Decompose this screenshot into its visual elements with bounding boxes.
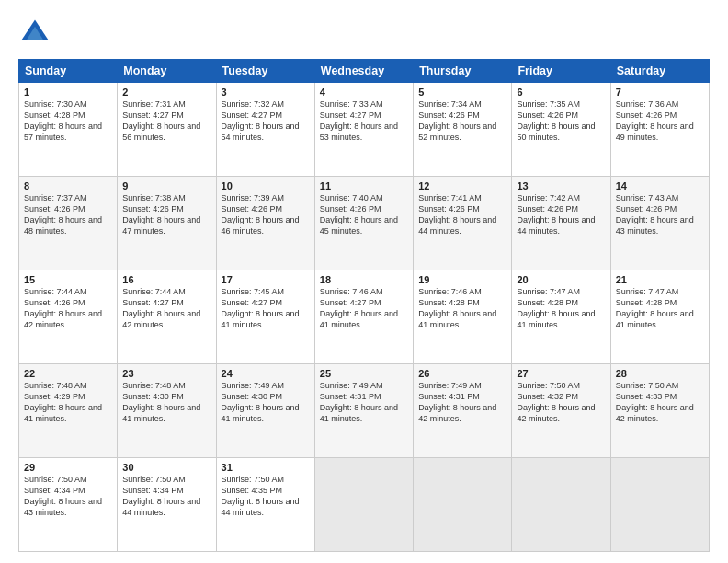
calendar-day-cell: 5Sunrise: 7:34 AMSunset: 4:26 PMDaylight… [414,83,512,177]
day-number: 17 [222,274,310,285]
day-info: Sunrise: 7:49 AMSunset: 4:31 PMDaylight:… [418,380,506,425]
day-info: Sunrise: 7:46 AMSunset: 4:27 PMDaylight:… [320,286,408,331]
day-number: 1 [24,86,112,98]
calendar-week-row: 15Sunrise: 7:44 AMSunset: 4:26 PMDayligh… [19,270,710,364]
day-info: Sunrise: 7:44 AMSunset: 4:27 PMDaylight:… [122,286,210,331]
weekday-header: Sunday [19,60,118,83]
day-info: Sunrise: 7:50 AMSunset: 4:34 PMDaylight:… [122,474,210,519]
calendar-day-cell: 29Sunrise: 7:50 AMSunset: 4:34 PMDayligh… [19,458,118,552]
day-number: 28 [616,368,704,379]
day-info: Sunrise: 7:49 AMSunset: 4:31 PMDaylight:… [320,380,408,425]
calendar-day-cell: 15Sunrise: 7:44 AMSunset: 4:26 PMDayligh… [19,270,118,364]
calendar-day-cell: 12Sunrise: 7:41 AMSunset: 4:26 PMDayligh… [414,177,512,270]
calendar-day-cell: 28Sunrise: 7:50 AMSunset: 4:33 PMDayligh… [610,364,709,458]
calendar-day-cell: 3Sunrise: 7:32 AMSunset: 4:27 PMDaylight… [216,83,314,177]
calendar-header-row: SundayMondayTuesdayWednesdayThursdayFrid… [19,60,710,83]
day-number: 10 [222,180,310,191]
day-number: 7 [616,86,704,98]
day-number: 19 [418,274,506,285]
calendar-week-row: 1Sunrise: 7:30 AMSunset: 4:28 PMDaylight… [19,83,710,177]
calendar-day-cell: 22Sunrise: 7:48 AMSunset: 4:29 PMDayligh… [19,364,118,458]
calendar: SundayMondayTuesdayWednesdayThursdayFrid… [18,59,710,552]
day-info: Sunrise: 7:30 AMSunset: 4:28 PMDaylight:… [24,98,112,144]
calendar-day-cell [414,458,512,552]
day-info: Sunrise: 7:50 AMSunset: 4:32 PMDaylight:… [517,380,605,425]
day-info: Sunrise: 7:50 AMSunset: 4:34 PMDaylight:… [24,474,112,519]
calendar-day-cell: 4Sunrise: 7:33 AMSunset: 4:27 PMDaylight… [314,83,413,177]
day-info: Sunrise: 7:47 AMSunset: 4:28 PMDaylight:… [616,286,704,331]
day-info: Sunrise: 7:48 AMSunset: 4:30 PMDaylight:… [122,380,210,425]
calendar-day-cell: 11Sunrise: 7:40 AMSunset: 4:26 PMDayligh… [314,177,413,270]
calendar-day-cell [610,458,709,552]
day-info: Sunrise: 7:49 AMSunset: 4:30 PMDaylight:… [222,380,310,425]
calendar-day-cell: 25Sunrise: 7:49 AMSunset: 4:31 PMDayligh… [314,364,413,458]
weekday-header: Wednesday [314,60,413,83]
day-number: 12 [418,180,506,191]
calendar-day-cell: 6Sunrise: 7:35 AMSunset: 4:26 PMDaylight… [512,83,610,177]
day-info: Sunrise: 7:41 AMSunset: 4:26 PMDaylight:… [418,192,506,237]
logo-icon [18,17,51,50]
day-info: Sunrise: 7:38 AMSunset: 4:26 PMDaylight:… [122,192,210,237]
day-number: 29 [24,462,112,473]
calendar-day-cell: 16Sunrise: 7:44 AMSunset: 4:27 PMDayligh… [118,270,216,364]
calendar-day-cell: 20Sunrise: 7:47 AMSunset: 4:28 PMDayligh… [512,270,610,364]
day-number: 5 [418,86,506,98]
calendar-table: SundayMondayTuesdayWednesdayThursdayFrid… [18,59,710,552]
day-info: Sunrise: 7:33 AMSunset: 4:27 PMDaylight:… [320,98,408,144]
calendar-week-row: 29Sunrise: 7:50 AMSunset: 4:34 PMDayligh… [19,458,710,552]
calendar-day-cell: 19Sunrise: 7:46 AMSunset: 4:28 PMDayligh… [414,270,512,364]
day-info: Sunrise: 7:34 AMSunset: 4:26 PMDaylight:… [418,98,506,144]
day-number: 9 [122,180,210,191]
day-number: 14 [616,180,704,191]
calendar-week-row: 22Sunrise: 7:48 AMSunset: 4:29 PMDayligh… [19,364,710,458]
calendar-day-cell: 8Sunrise: 7:37 AMSunset: 4:26 PMDaylight… [19,177,118,270]
calendar-day-cell: 26Sunrise: 7:49 AMSunset: 4:31 PMDayligh… [414,364,512,458]
day-info: Sunrise: 7:32 AMSunset: 4:27 PMDaylight:… [222,98,310,144]
day-number: 16 [122,274,210,285]
day-number: 15 [24,274,112,285]
calendar-day-cell: 13Sunrise: 7:42 AMSunset: 4:26 PMDayligh… [512,177,610,270]
calendar-day-cell: 2Sunrise: 7:31 AMSunset: 4:27 PMDaylight… [118,83,216,177]
header [18,17,710,50]
day-number: 3 [222,86,310,98]
day-number: 2 [122,86,210,98]
day-info: Sunrise: 7:31 AMSunset: 4:27 PMDaylight:… [122,98,210,144]
day-number: 4 [320,86,408,98]
calendar-day-cell: 31Sunrise: 7:50 AMSunset: 4:35 PMDayligh… [216,458,314,552]
calendar-day-cell: 1Sunrise: 7:30 AMSunset: 4:28 PMDaylight… [19,83,118,177]
calendar-day-cell [512,458,610,552]
weekday-header: Monday [118,60,216,83]
calendar-day-cell: 14Sunrise: 7:43 AMSunset: 4:26 PMDayligh… [610,177,709,270]
day-info: Sunrise: 7:50 AMSunset: 4:33 PMDaylight:… [616,380,704,425]
day-number: 30 [122,462,210,473]
calendar-day-cell: 9Sunrise: 7:38 AMSunset: 4:26 PMDaylight… [118,177,216,270]
calendar-day-cell [314,458,413,552]
calendar-day-cell: 23Sunrise: 7:48 AMSunset: 4:30 PMDayligh… [118,364,216,458]
day-info: Sunrise: 7:45 AMSunset: 4:27 PMDaylight:… [222,286,310,331]
calendar-day-cell: 27Sunrise: 7:50 AMSunset: 4:32 PMDayligh… [512,364,610,458]
day-info: Sunrise: 7:43 AMSunset: 4:26 PMDaylight:… [616,192,704,237]
day-info: Sunrise: 7:47 AMSunset: 4:28 PMDaylight:… [517,286,605,331]
day-info: Sunrise: 7:46 AMSunset: 4:28 PMDaylight:… [418,286,506,331]
calendar-day-cell: 21Sunrise: 7:47 AMSunset: 4:28 PMDayligh… [610,270,709,364]
weekday-header: Saturday [610,60,709,83]
weekday-header: Friday [512,60,610,83]
day-number: 8 [24,180,112,191]
day-number: 25 [320,368,408,379]
calendar-day-cell: 18Sunrise: 7:46 AMSunset: 4:27 PMDayligh… [314,270,413,364]
day-info: Sunrise: 7:37 AMSunset: 4:26 PMDaylight:… [24,192,112,237]
day-number: 23 [122,368,210,379]
calendar-day-cell: 24Sunrise: 7:49 AMSunset: 4:30 PMDayligh… [216,364,314,458]
day-number: 11 [320,180,408,191]
day-number: 21 [616,274,704,285]
day-number: 6 [517,86,605,98]
calendar-day-cell: 10Sunrise: 7:39 AMSunset: 4:26 PMDayligh… [216,177,314,270]
day-number: 20 [517,274,605,285]
day-info: Sunrise: 7:48 AMSunset: 4:29 PMDaylight:… [24,380,112,425]
day-info: Sunrise: 7:35 AMSunset: 4:26 PMDaylight:… [517,98,605,144]
day-info: Sunrise: 7:50 AMSunset: 4:35 PMDaylight:… [222,474,310,519]
day-number: 13 [517,180,605,191]
day-info: Sunrise: 7:44 AMSunset: 4:26 PMDaylight:… [24,286,112,331]
page: SundayMondayTuesdayWednesdayThursdayFrid… [0,0,728,563]
day-number: 31 [222,462,310,473]
